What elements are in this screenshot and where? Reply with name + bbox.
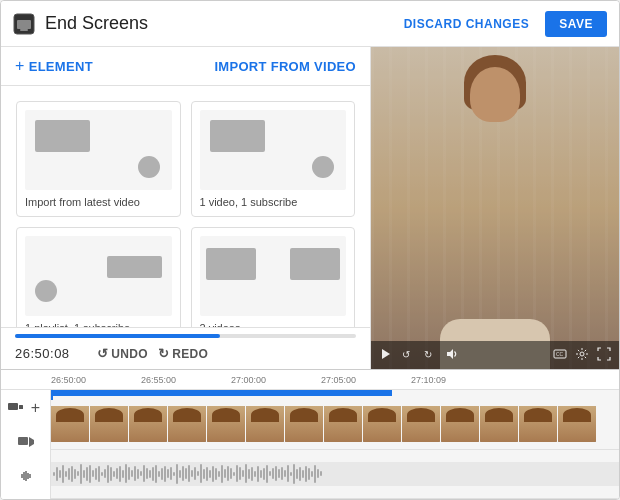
save-button[interactable]: SAVE xyxy=(545,11,607,37)
svg-rect-2 xyxy=(20,29,28,31)
timeline-add-track-button[interactable]: + xyxy=(26,396,46,420)
video-track-row xyxy=(51,400,619,450)
template-two-videos[interactable]: 2 videos xyxy=(191,227,356,327)
end-screen-bar-row xyxy=(51,390,619,400)
audio-waveform xyxy=(51,462,619,486)
ruler-mark-1: 26:55:00 xyxy=(141,375,231,385)
template-latest-video[interactable]: Import from latest video xyxy=(16,101,181,217)
captions-button[interactable]: CC xyxy=(551,345,569,366)
redo-icon: ↻ xyxy=(158,346,169,361)
video-thumb-1[interactable] xyxy=(51,406,89,442)
template-preview-video-subscribe xyxy=(200,110,347,190)
audio-track-row xyxy=(51,450,619,500)
volume-button[interactable] xyxy=(443,345,461,366)
video-thumb-12[interactable] xyxy=(480,406,518,442)
templates-grid: Import from latest video 1 video, 1 subs… xyxy=(1,86,370,327)
page-title: End Screens xyxy=(45,13,396,34)
end-screen-track-icon xyxy=(6,398,26,418)
video-controls-bar: ↺ ↻ CC xyxy=(371,341,619,369)
undo-button[interactable]: ↺ UNDO xyxy=(93,344,152,363)
video-thumb-14[interactable] xyxy=(558,406,596,442)
play-button[interactable] xyxy=(377,345,395,366)
playhead[interactable] xyxy=(51,390,53,400)
video-thumb-8[interactable] xyxy=(324,406,362,442)
timeline-body: + xyxy=(1,390,619,499)
video-track-icon xyxy=(14,430,38,454)
video-thumb-5[interactable] xyxy=(207,406,245,442)
import-from-video-button[interactable]: IMPORT FROM VIDEO xyxy=(214,59,356,74)
template-label-video-subscribe: 1 video, 1 subscribe xyxy=(200,196,347,208)
redo-button[interactable]: ↻ REDO xyxy=(154,344,212,363)
video-thumb-3[interactable] xyxy=(129,406,167,442)
sidebar-icons-row xyxy=(14,428,38,488)
add-element-button[interactable]: + ELEMENT xyxy=(15,57,93,75)
ruler-mark-0: 26:50:00 xyxy=(51,375,141,385)
svg-rect-10 xyxy=(8,403,18,410)
undo-redo-controls: ↺ UNDO ↻ REDO xyxy=(93,344,212,363)
progress-controls: 26:50:08 ↺ UNDO ↻ REDO xyxy=(15,344,356,363)
video-thumb-2[interactable] xyxy=(90,406,128,442)
video-thumb-6[interactable] xyxy=(246,406,284,442)
video-thumb-4[interactable] xyxy=(168,406,206,442)
fullscreen-button[interactable] xyxy=(595,345,613,366)
svg-point-9 xyxy=(580,352,584,356)
app-icon xyxy=(13,13,35,35)
end-screen-bar[interactable] xyxy=(51,390,392,396)
template-preview-playlist-subscribe xyxy=(25,236,172,316)
discard-changes-button[interactable]: DISCARD CHANGES xyxy=(396,11,538,37)
svg-marker-13 xyxy=(29,437,34,447)
svg-text:CC: CC xyxy=(556,351,564,357)
video-preview: ↺ ↻ CC xyxy=(371,47,619,369)
app-container: End Screens DISCARD CHANGES SAVE + ELEME… xyxy=(0,0,620,500)
svg-rect-11 xyxy=(19,405,23,409)
svg-marker-3 xyxy=(382,349,390,359)
svg-rect-12 xyxy=(18,437,28,445)
ruler-marks: 26:50:00 26:55:00 27:00:00 27:05:00 27:1… xyxy=(51,375,501,385)
template-video-subscribe[interactable]: 1 video, 1 subscribe xyxy=(191,101,356,217)
template-playlist-subscribe[interactable]: 1 playlist, 1 subscribe xyxy=(16,227,181,327)
progress-area: 26:50:08 ↺ UNDO ↻ REDO xyxy=(1,327,370,369)
templates-header: + ELEMENT IMPORT FROM VIDEO xyxy=(1,47,370,86)
timeline-ruler: 26:50:00 26:55:00 27:00:00 27:05:00 27:1… xyxy=(1,370,619,390)
svg-marker-6 xyxy=(447,349,453,359)
ruler-mark-4: 27:10:09 xyxy=(411,375,501,385)
audio-track[interactable] xyxy=(51,462,619,486)
timeline-tracks xyxy=(51,390,619,499)
settings-button[interactable] xyxy=(573,345,591,366)
video-thumb-9[interactable] xyxy=(363,406,401,442)
timeline-area: 26:50:00 26:55:00 27:00:00 27:05:00 27:1… xyxy=(1,369,619,499)
time-display: 26:50:08 xyxy=(15,346,83,361)
template-preview-two-videos xyxy=(200,236,347,316)
svg-text:↺: ↺ xyxy=(402,349,410,360)
ruler-mark-2: 27:00:00 xyxy=(231,375,321,385)
header-actions: DISCARD CHANGES SAVE xyxy=(396,11,607,37)
video-thumb-7[interactable] xyxy=(285,406,323,442)
video-person-background xyxy=(371,47,619,369)
video-thumb-13[interactable] xyxy=(519,406,557,442)
audio-track-icon xyxy=(14,464,38,488)
header: End Screens DISCARD CHANGES SAVE xyxy=(1,1,619,47)
ruler-mark-3: 27:05:00 xyxy=(321,375,411,385)
progress-bar-container[interactable] xyxy=(15,334,356,338)
rewind-button[interactable]: ↺ xyxy=(399,345,417,366)
progress-fill xyxy=(15,334,220,338)
plus-icon: + xyxy=(15,57,25,75)
main-content: + ELEMENT IMPORT FROM VIDEO Import from … xyxy=(1,47,619,369)
undo-icon: ↺ xyxy=(97,346,108,361)
video-thumb-10[interactable] xyxy=(402,406,440,442)
template-preview-latest-video xyxy=(25,110,172,190)
video-thumb-11[interactable] xyxy=(441,406,479,442)
forward-button[interactable]: ↻ xyxy=(421,345,439,366)
right-panel: ↺ ↻ CC xyxy=(371,47,619,369)
svg-text:↻: ↻ xyxy=(424,349,432,360)
timeline-sidebar: + xyxy=(1,390,51,499)
template-label-latest-video: Import from latest video xyxy=(25,196,172,208)
video-track xyxy=(51,405,596,443)
svg-rect-1 xyxy=(17,20,31,29)
left-panel: + ELEMENT IMPORT FROM VIDEO Import from … xyxy=(1,47,371,369)
